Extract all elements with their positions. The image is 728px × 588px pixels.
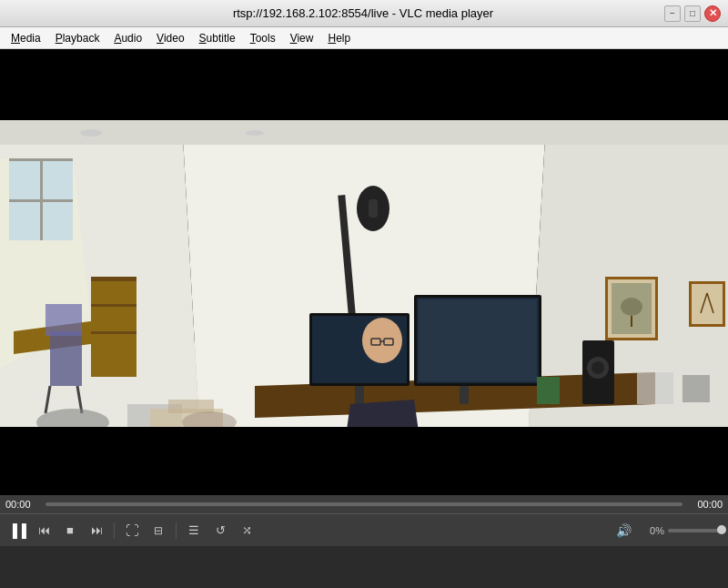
- video-frame: [0, 49, 728, 495]
- extended-settings-button[interactable]: ⊟: [147, 521, 170, 541]
- svg-point-52: [592, 361, 604, 374]
- volume-level: 0%: [639, 525, 664, 536]
- svg-rect-20: [91, 277, 136, 281]
- maximize-button[interactable]: □: [684, 5, 701, 22]
- svg-rect-53: [537, 377, 560, 404]
- svg-rect-15: [50, 331, 82, 386]
- svg-rect-31: [355, 386, 364, 404]
- random-icon: ⤮: [242, 523, 252, 537]
- svg-rect-62: [0, 427, 728, 495]
- right-controls: 🔊 0%: [612, 521, 723, 541]
- volume-track[interactable]: [668, 529, 723, 532]
- svg-rect-57: [168, 400, 214, 413]
- menu-media[interactable]: Media: [4, 29, 48, 47]
- progress-track[interactable]: [46, 502, 682, 506]
- time-total: 00:00: [688, 499, 723, 510]
- fullscreen-icon: ⛶: [126, 522, 139, 538]
- menu-video[interactable]: Video: [149, 29, 191, 47]
- minimize-button[interactable]: −: [664, 5, 681, 22]
- volume-button[interactable]: 🔊: [612, 521, 635, 541]
- svg-rect-47: [692, 284, 723, 324]
- svg-rect-28: [369, 199, 378, 218]
- previous-icon: ⏮: [38, 523, 50, 537]
- stop-button[interactable]: ■: [58, 521, 82, 541]
- playlist-icon: ☰: [188, 523, 199, 537]
- svg-point-36: [362, 318, 402, 363]
- separator-1: [114, 522, 115, 539]
- title-bar: rtsp://192.168.2.102:8554/live - VLC med…: [0, 0, 728, 27]
- menu-view[interactable]: View: [283, 29, 321, 47]
- menu-tools[interactable]: Tools: [243, 29, 283, 47]
- window-controls: − □ ✕: [664, 5, 721, 22]
- play-pause-button[interactable]: ▐▐: [5, 521, 29, 541]
- next-button[interactable]: ⏭: [85, 521, 108, 541]
- separator-2: [176, 522, 177, 539]
- svg-rect-34: [419, 299, 537, 381]
- svg-rect-35: [460, 386, 469, 404]
- fullscreen-button[interactable]: ⛶: [120, 521, 144, 541]
- svg-rect-61: [0, 49, 728, 120]
- svg-rect-55: [682, 375, 710, 402]
- window-title: rtsp://192.168.2.102:8554/live - VLC med…: [62, 6, 664, 20]
- menu-subtitle[interactable]: Subtitle: [192, 29, 243, 47]
- time-elapsed: 00:00: [5, 499, 40, 510]
- svg-point-44: [621, 298, 642, 316]
- menu-audio[interactable]: Audio: [106, 29, 149, 47]
- next-icon: ⏭: [91, 523, 103, 537]
- stop-icon: ■: [66, 523, 74, 537]
- svg-rect-54: [637, 372, 673, 404]
- pause-icon: ▐▐: [8, 523, 26, 538]
- volume-icon: 🔊: [616, 523, 632, 538]
- video-area: [0, 49, 728, 495]
- menu-help[interactable]: Help: [320, 29, 358, 47]
- volume-knob[interactable]: [717, 525, 726, 534]
- timeline-bar: 00:00 00:00: [0, 495, 728, 513]
- menu-bar: Media Playback Audio Video Subtitle Tool…: [0, 27, 728, 49]
- svg-rect-19: [91, 277, 136, 377]
- menu-playback[interactable]: Playback: [48, 29, 107, 47]
- loop-button[interactable]: ↺: [208, 521, 232, 541]
- svg-point-13: [246, 130, 264, 136]
- svg-rect-6: [0, 117, 728, 145]
- svg-rect-21: [91, 304, 136, 307]
- extended-icon: ⊟: [154, 524, 163, 537]
- svg-rect-16: [46, 304, 82, 336]
- svg-point-12: [80, 129, 102, 137]
- svg-rect-22: [91, 331, 136, 334]
- close-button[interactable]: ✕: [704, 5, 721, 22]
- controls-bar: ▐▐ ⏮ ■ ⏭ ⛶ ⊟ ☰ ↺ ⤮ 🔊 0%: [0, 513, 728, 546]
- random-button[interactable]: ⤮: [235, 521, 258, 541]
- playlist-button[interactable]: ☰: [182, 521, 206, 541]
- loop-icon: ↺: [216, 523, 226, 537]
- previous-button[interactable]: ⏮: [32, 521, 56, 541]
